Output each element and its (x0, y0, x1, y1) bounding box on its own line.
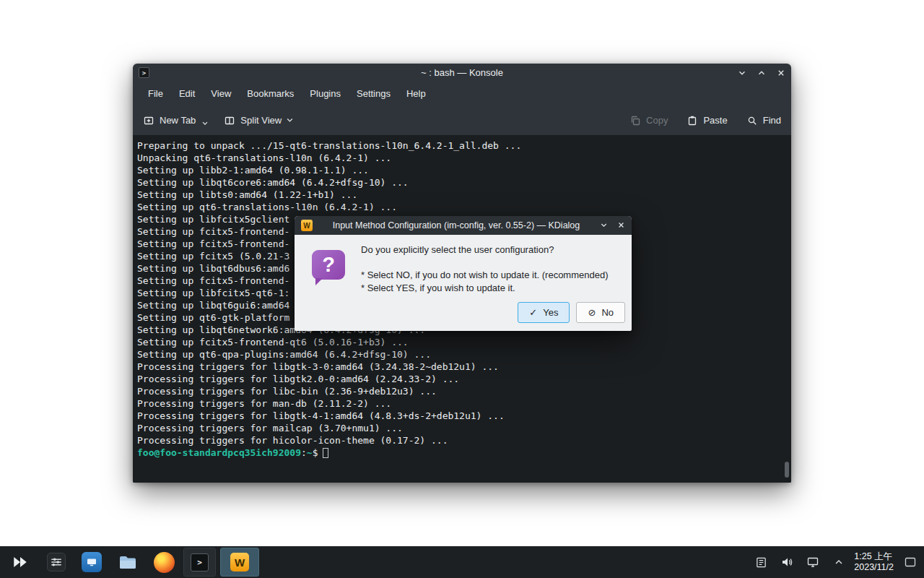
clock[interactable]: 1:25 上午 2023/11/2 (854, 551, 894, 573)
launcher-icon (12, 553, 29, 571)
terminal-line: Preparing to unpack .../15-qt6-translati… (137, 139, 791, 152)
kdialog-titlebar[interactable]: W Input Method Configuration (im-config,… (295, 216, 632, 235)
show-desktop-icon (904, 556, 917, 569)
menu-item[interactable]: Settings (349, 88, 398, 99)
copy-button[interactable]: Copy (629, 115, 668, 126)
find-label: Find (763, 115, 781, 126)
notifications-tray-icon[interactable] (753, 551, 769, 573)
menu-item[interactable]: View (203, 88, 239, 99)
kdialog-title: Input Method Configuration (im-config, v… (313, 220, 600, 230)
copy-label: Copy (646, 115, 668, 126)
pinned-app-firefox[interactable] (149, 548, 179, 577)
menu-item[interactable]: Bookmarks (239, 88, 302, 99)
dialog-question: Do you explicitly select the user config… (361, 244, 554, 255)
folder-icon (118, 552, 138, 572)
terminal-line: Processing triggers for hicolor-icon-the… (137, 434, 791, 447)
system-tray (753, 551, 847, 573)
question-icon: ? (312, 250, 345, 280)
kdialog-close-button[interactable] (617, 219, 625, 232)
terminal-scrollbar[interactable] (784, 137, 790, 481)
prompt-user-host: foo@foo-standardpcq35ich92009 (137, 447, 301, 459)
terminal-line: Unpacking qt6-translations-l10n (6.4.2-1… (137, 152, 791, 164)
clock-time: 1:25 上午 (854, 551, 894, 562)
kdialog-window: W Input Method Configuration (im-config,… (295, 216, 632, 331)
terminal-line: Setting up qt6-translations-l10n (6.4.2-… (137, 201, 791, 213)
konsole-task-icon: > (191, 553, 209, 571)
yes-button-label: Yes (543, 307, 558, 318)
terminal-prompt: foo@foo-standardpcq35ich92009:~$ (137, 447, 791, 459)
menu-bar: FileEditViewBookmarksPluginsSettingsHelp (133, 82, 791, 105)
taskbar-task-konsole[interactable]: > (183, 548, 216, 577)
kdialog-app-icon: W (301, 220, 313, 231)
dialog-bullet-yes: * Select YES, if you wish to update it. (361, 282, 609, 295)
toolbar: New Tab Split View Copy Paste (133, 105, 791, 135)
desktop: > ~ : bash — Konsole FileEditViewBookmar… (0, 0, 924, 578)
close-button[interactable] (777, 69, 785, 77)
scrollbar-thumb[interactable] (785, 462, 789, 478)
prompt-symbol: $ (313, 447, 318, 459)
yes-button[interactable]: ✓ Yes (518, 302, 570, 323)
menu-item[interactable]: Plugins (302, 88, 349, 99)
maximize-button[interactable] (757, 69, 766, 77)
new-tab-button[interactable]: New Tab (143, 115, 208, 126)
sliders-icon (47, 553, 66, 571)
remote-display-icon (82, 552, 102, 572)
terminal-line: Processing triggers for libgtk-4-1:amd64… (137, 410, 791, 422)
kdialog-body: ? Do you explicitly select the user conf… (295, 235, 632, 331)
window-title: ~ : bash — Konsole (205, 67, 719, 78)
no-icon: ⊘ (588, 307, 596, 318)
menu-item[interactable]: Help (398, 88, 434, 99)
split-view-button[interactable]: Split View (224, 115, 293, 126)
no-button[interactable]: ⊘ No (576, 302, 625, 323)
pinned-app-file-manager[interactable] (113, 548, 143, 577)
terminal-line: Processing triggers for mailcap (3.70+nm… (137, 422, 791, 434)
dialog-options-text: * Select NO, if you do not wish to updat… (361, 269, 609, 295)
kdialog-task-icon: W (230, 553, 249, 571)
find-button[interactable]: Find (746, 115, 781, 126)
window-titlebar[interactable]: > ~ : bash — Konsole (133, 64, 791, 82)
terminal-line: Processing triggers for libc-bin (2.36-9… (137, 385, 791, 397)
konsole-icon: > (139, 67, 149, 78)
firefox-icon (154, 552, 175, 573)
volume-tray-icon[interactable] (779, 551, 795, 573)
terminal-line: Processing triggers for libgtk-3-0:amd64… (137, 361, 791, 373)
prompt-path: ~ (307, 447, 313, 459)
kdialog-shade-button[interactable] (600, 219, 608, 232)
new-tab-label: New Tab (160, 115, 196, 126)
display-tray-icon[interactable] (805, 551, 821, 573)
terminal-line: Setting up libts0:amd64 (1.22-1+b1) ... (137, 189, 791, 201)
taskbar: > W 1:25 上午 2023/11/2 (0, 546, 924, 578)
paste-label: Paste (703, 115, 727, 126)
terminal-line: Setting up fcitx5-frontend-qt6 (5.0.16-1… (137, 336, 791, 348)
terminal-line: Processing triggers for man-db (2.11.2-2… (137, 397, 791, 410)
terminal-cursor (323, 448, 328, 458)
terminal-line: Setting up qt6-qpa-plugins:amd64 (6.4.2+… (137, 348, 791, 361)
check-icon: ✓ (529, 307, 537, 318)
minimize-button[interactable] (738, 69, 746, 77)
app-launcher-button[interactable] (6, 548, 35, 577)
split-view-label: Split View (240, 115, 282, 126)
tray-expand-chevron-icon[interactable] (831, 551, 847, 573)
clock-date: 2023/11/2 (854, 562, 894, 573)
pinned-app-blue[interactable] (77, 548, 107, 577)
terminal-line: Setting up libqt6core6:amd64 (6.4.2+dfsg… (137, 176, 791, 189)
paste-button[interactable]: Paste (687, 115, 727, 126)
dialog-bullet-no: * Select NO, if you do not wish to updat… (361, 269, 609, 282)
menu-item[interactable]: Edit (171, 88, 203, 99)
show-desktop-button[interactable] (901, 548, 920, 577)
taskbar-task-kdialog[interactable]: W (220, 548, 259, 577)
taskbar-settings-button[interactable] (42, 548, 71, 577)
prompt-separator: : (301, 447, 307, 459)
menu-item[interactable]: File (140, 88, 171, 99)
terminal-line: Processing triggers for libgtk2.0-0:amd6… (137, 373, 791, 385)
no-button-label: No (601, 307, 614, 318)
terminal-line: Setting up libb2-1:amd64 (0.98.1-1.1) ..… (137, 164, 791, 176)
